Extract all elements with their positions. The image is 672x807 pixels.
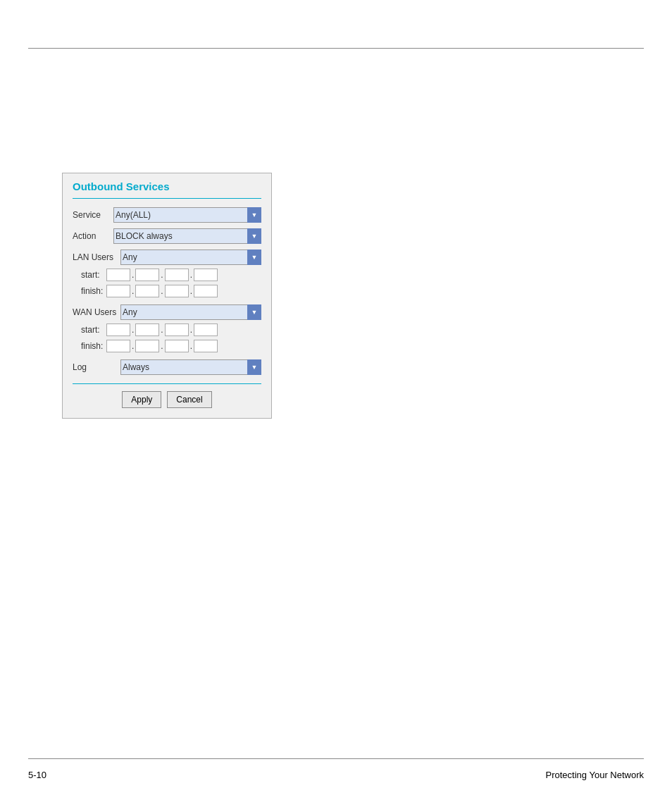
lan-start-ip1[interactable] (106, 269, 130, 281)
wan-start-dot3: . (190, 325, 192, 335)
log-label: Log (73, 362, 120, 372)
service-label: Service (73, 210, 113, 220)
wan-users-header: WAN Users Any Single Address Address Ran… (73, 304, 261, 320)
outbound-services-panel: Outbound Services Service Any(ALL) HTTP … (62, 173, 272, 419)
wan-start-label: start: (81, 325, 106, 335)
cancel-button[interactable]: Cancel (167, 391, 211, 408)
log-select-wrapper: Always Never Match (120, 359, 261, 375)
lan-start-label: start: (81, 270, 106, 280)
wan-finish-ip3[interactable] (165, 340, 189, 352)
log-select[interactable]: Always Never Match (120, 359, 261, 375)
wan-finish-row: finish: . . . (73, 340, 261, 352)
panel-bottom-divider (73, 383, 261, 384)
wan-start-ip2[interactable] (135, 324, 159, 336)
wan-finish-dot2: . (161, 341, 163, 351)
wan-start-ip3[interactable] (165, 324, 189, 336)
service-select-wrapper: Any(ALL) HTTP HTTPS FTP (113, 207, 261, 223)
lan-users-label: LAN Users (73, 252, 120, 262)
lan-users-section: LAN Users Any Single Address Address Ran… (73, 250, 261, 297)
wan-users-select[interactable]: Any Single Address Address Range (120, 304, 261, 320)
lan-finish-dot2: . (161, 286, 163, 296)
footer-page-number: 5-10 (28, 770, 46, 780)
lan-start-dot1: . (132, 270, 134, 280)
wan-finish-ip4[interactable] (194, 340, 218, 352)
wan-start-ip4[interactable] (194, 324, 218, 336)
lan-finish-ip4[interactable] (194, 285, 218, 297)
service-row: Service Any(ALL) HTTP HTTPS FTP (73, 207, 261, 223)
lan-start-row: start: . . . (73, 269, 261, 281)
lan-users-select[interactable]: Any Single Address Address Range (120, 250, 261, 265)
action-select-wrapper: BLOCK always ALLOW always BLOCK by sched… (113, 228, 261, 244)
wan-users-label: WAN Users (73, 307, 120, 317)
wan-finish-dot1: . (132, 341, 134, 351)
panel-title-divider (73, 198, 261, 199)
buttons-row: Apply Cancel (73, 391, 261, 408)
wan-start-dot1: . (132, 325, 134, 335)
lan-users-select-wrapper: Any Single Address Address Range (120, 250, 261, 265)
lan-finish-ip1[interactable] (106, 285, 130, 297)
wan-users-select-wrapper: Any Single Address Address Range (120, 304, 261, 320)
wan-finish-dot3: . (190, 341, 192, 351)
log-section: Log Always Never Match (73, 359, 261, 375)
wan-finish-ip2[interactable] (135, 340, 159, 352)
footer-section-title: Protecting Your Network (546, 770, 644, 780)
lan-finish-dot3: . (190, 286, 192, 296)
wan-start-ip1[interactable] (106, 324, 130, 336)
lan-finish-dot1: . (132, 286, 134, 296)
lan-start-ip3[interactable] (165, 269, 189, 281)
wan-finish-label: finish: (81, 341, 106, 351)
lan-start-dot2: . (161, 270, 163, 280)
service-select[interactable]: Any(ALL) HTTP HTTPS FTP (113, 207, 261, 223)
apply-button[interactable]: Apply (122, 391, 161, 408)
wan-start-row: start: . . . (73, 324, 261, 336)
lan-finish-row: finish: . . . (73, 285, 261, 297)
lan-start-dot3: . (190, 270, 192, 280)
lan-start-ip4[interactable] (194, 269, 218, 281)
action-select[interactable]: BLOCK always ALLOW always BLOCK by sched… (113, 228, 261, 244)
wan-users-section: WAN Users Any Single Address Address Ran… (73, 304, 261, 352)
lan-users-header: LAN Users Any Single Address Address Ran… (73, 250, 261, 265)
action-row: Action BLOCK always ALLOW always BLOCK b… (73, 228, 261, 244)
panel-title: Outbound Services (73, 180, 261, 192)
top-border (28, 48, 644, 49)
wan-start-dot2: . (161, 325, 163, 335)
wan-finish-ip1[interactable] (106, 340, 130, 352)
lan-finish-label: finish: (81, 286, 106, 296)
lan-finish-ip2[interactable] (135, 285, 159, 297)
lan-finish-ip3[interactable] (165, 285, 189, 297)
action-label: Action (73, 231, 113, 241)
bottom-border (28, 758, 644, 759)
lan-start-ip2[interactable] (135, 269, 159, 281)
